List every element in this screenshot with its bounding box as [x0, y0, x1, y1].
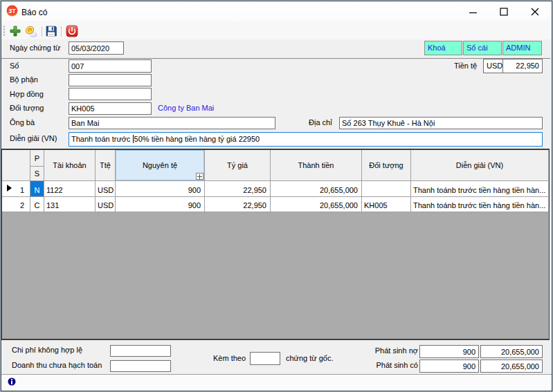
svg-text:3T: 3T: [8, 8, 16, 15]
